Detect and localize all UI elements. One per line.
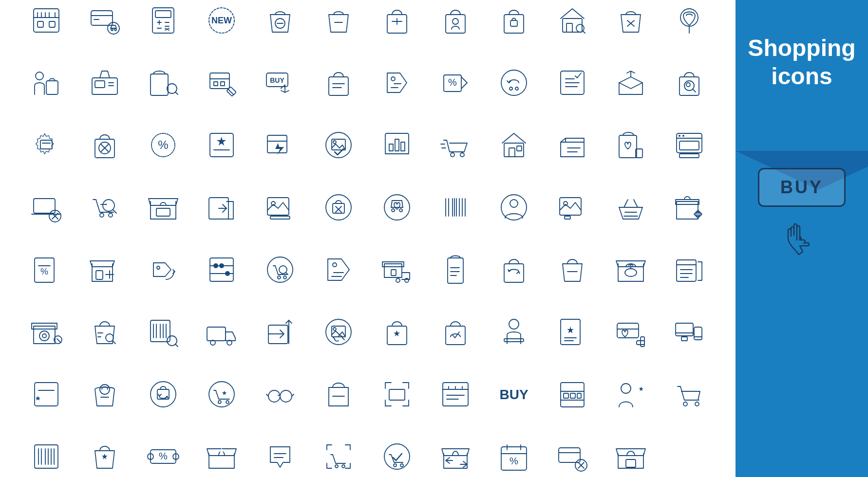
svg-rect-232 (676, 323, 693, 336)
heart-cart-icon (370, 181, 424, 234)
scan-frame-icon (370, 367, 424, 421)
svg-point-287 (400, 464, 403, 467)
glasses-store-icon (253, 367, 307, 421)
svg-text:%: % (159, 451, 168, 461)
buy-button-text: BUY (780, 177, 823, 198)
svg-point-33 (453, 18, 458, 24)
person-desk-icon (487, 305, 541, 359)
svg-point-62 (391, 77, 395, 81)
bag-cancel-circle-icon (78, 118, 132, 172)
store-cupcake-icon (604, 243, 658, 296)
svg-rect-7 (38, 21, 43, 27)
web-store-icon (662, 118, 716, 172)
svg-point-283 (335, 465, 338, 468)
svg-text:BUY: BUY (499, 387, 528, 402)
svg-marker-265 (639, 386, 643, 391)
sidebar-title: Shopping icons (736, 34, 868, 90)
return-cart-icon (487, 56, 541, 110)
svg-rect-219 (387, 326, 407, 345)
svg-point-246 (226, 401, 229, 404)
barcode-search-icon (136, 305, 190, 359)
basket-icon (604, 181, 658, 234)
bag-outline-big-icon (312, 367, 365, 421)
svg-rect-258 (561, 383, 584, 407)
receipt-star-icon (546, 305, 599, 359)
svg-point-101 (460, 153, 464, 157)
svg-point-175 (283, 276, 286, 279)
svg-rect-127 (156, 208, 170, 216)
svg-rect-293 (559, 448, 580, 462)
svg-rect-55 (221, 82, 225, 86)
svg-rect-78 (40, 140, 52, 149)
barcode-lines-icon (429, 181, 482, 234)
svg-point-197 (42, 334, 46, 338)
heart-bag-icon (604, 118, 658, 172)
svg-point-196 (39, 331, 49, 341)
store-search-icon (546, 0, 599, 47)
person-bag-icon (19, 56, 73, 110)
bag-lock-icon (487, 0, 541, 47)
svg-rect-188 (504, 264, 524, 282)
svg-point-172 (225, 271, 230, 276)
bag-star-icon (78, 430, 132, 477)
svg-rect-236 (681, 337, 687, 341)
scanner-icon (19, 0, 73, 47)
svg-rect-191 (677, 260, 696, 281)
svg-point-245 (218, 401, 221, 404)
svg-point-13 (111, 29, 113, 31)
svg-point-43 (36, 72, 43, 80)
bag-magnifier-icon (662, 56, 716, 110)
svg-point-242 (151, 382, 176, 407)
cash-register-icon (78, 56, 132, 110)
svg-line-131 (223, 208, 226, 212)
svg-point-14 (114, 29, 116, 31)
svg-rect-106 (517, 146, 522, 151)
bag-chat-icon (253, 430, 307, 477)
image-check-icon (312, 118, 365, 172)
hand-cursor-icon (777, 211, 826, 264)
svg-text:BUY: BUY (270, 76, 284, 84)
svg-point-248 (268, 390, 280, 402)
calendar-percent-icon: % (487, 430, 541, 477)
svg-rect-184 (448, 258, 463, 283)
bag-protected-icon (429, 305, 482, 359)
svg-point-244 (209, 382, 234, 407)
svg-marker-220 (394, 330, 400, 336)
bag-refresh-circle-icon (136, 367, 190, 421)
svg-rect-32 (446, 15, 465, 33)
svg-point-285 (384, 444, 410, 469)
svg-marker-225 (567, 326, 574, 333)
bag-cancel-icon (253, 0, 307, 47)
svg-point-140 (392, 209, 395, 212)
bag-lines-icon (312, 56, 365, 110)
svg-rect-16 (155, 11, 171, 18)
svg-point-178 (333, 263, 337, 267)
image-refresh-icon (312, 305, 365, 359)
buy-button-icon: BUY (253, 56, 307, 110)
person-star-icon (604, 367, 658, 421)
svg-point-267 (695, 402, 699, 406)
cart-tag-icon (195, 56, 248, 110)
svg-point-170 (213, 263, 218, 268)
store-truck-icon (195, 305, 248, 359)
gear-percent-icon: % (136, 118, 190, 172)
bag-handle-icon (370, 0, 424, 47)
abacus-icon (195, 243, 248, 296)
photo-product-icon (546, 181, 599, 234)
svg-rect-37 (566, 23, 572, 32)
cart-speed-icon (429, 118, 482, 172)
icons-area: NEW (0, 0, 736, 477)
svg-point-286 (394, 464, 396, 467)
svg-rect-86 (210, 133, 233, 157)
user-circle-bag-icon (487, 181, 541, 234)
svg-marker-275 (102, 454, 108, 459)
barcode-vertical-icon (19, 430, 73, 477)
store-display-icon (136, 181, 190, 234)
svg-rect-89 (267, 135, 287, 153)
svg-rect-9 (91, 11, 113, 25)
svg-point-113 (679, 135, 680, 137)
store-plus-icon (78, 243, 132, 296)
receipt-store-icon (429, 367, 482, 421)
svg-rect-44 (46, 81, 58, 94)
cart-search-circle-icon (253, 243, 307, 296)
